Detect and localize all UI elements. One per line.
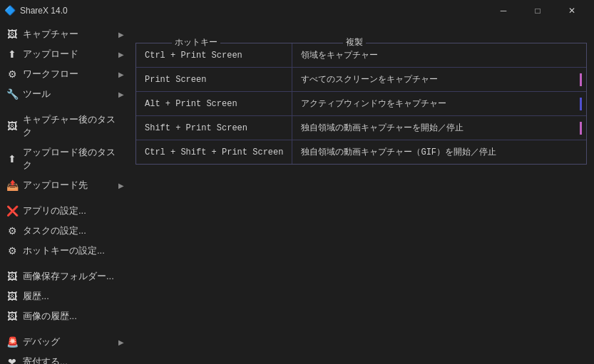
arrow-icon-workflow: ▶	[118, 71, 124, 78]
sidebar-item-upload-dest[interactable]: 📤アップロード先▶	[0, 175, 128, 195]
hotkey-cell: Alt + Print Screen	[136, 92, 292, 116]
sidebar-item-history[interactable]: 🖼履歴...	[0, 286, 128, 306]
minimize-button[interactable]: ─	[487, 0, 520, 21]
window-controls: ─ □ ✕	[487, 0, 588, 21]
hotkey-settings-icon: ⚙	[6, 245, 19, 256]
sidebar-divider	[0, 261, 128, 266]
sidebar-item-image-folder[interactable]: 🖼画像保存フォルダー...	[0, 266, 128, 286]
row-indicator	[580, 98, 582, 110]
sidebar-label-history: 履歴...	[23, 290, 49, 303]
sidebar-item-hotkey-settings[interactable]: ⚙ホットキーの設定...	[0, 241, 128, 261]
sidebar-label-after-capture: キャプチャー後のタスク	[23, 113, 121, 139]
sidebar-label-after-upload: アップロード後のタスク	[23, 146, 121, 172]
hotkey-cell: Print Screen	[136, 68, 292, 92]
hotkeys-panel: ホットキー 複製 Ctrl + Print Screen領域をキャプチャーPri…	[135, 43, 587, 165]
arrow-icon-capture: ▶	[118, 31, 124, 38]
sidebar-item-app-settings[interactable]: ❌アプリの設定...	[0, 201, 128, 221]
main-layout: 🖼キャプチャー▶⬆アップロード▶⚙ワークフロー▶🔧ツール▶🖼キャプチャー後のタス…	[0, 21, 594, 364]
sidebar-label-image-history: 画像の履歴...	[23, 310, 77, 323]
after-upload-icon: ⬆	[6, 153, 19, 165]
sidebar-label-image-folder: 画像保存フォルダー...	[23, 270, 114, 283]
sidebar-item-donate[interactable]: ❤寄付する...	[0, 352, 128, 364]
close-button[interactable]: ✕	[555, 0, 588, 21]
action-cell: 領域をキャプチャー	[292, 43, 586, 68]
sidebar-divider	[0, 195, 128, 201]
task-settings-icon: ⚙	[6, 225, 19, 236]
sidebar-item-debug[interactable]: 🚨デバッグ▶	[0, 332, 128, 352]
action-cell: 独自領域の動画キャプチャーを開始／停止	[292, 116, 586, 140]
row-indicator	[580, 122, 582, 135]
hotkey-row[interactable]: Shift + Print Screen独自領域の動画キャプチャーを開始／停止	[136, 116, 586, 140]
maximize-button[interactable]: □	[521, 0, 554, 21]
hotkey-row[interactable]: Alt + Print Screenアクティブウィンドウをキャプチャー	[136, 92, 586, 116]
upload-dest-icon: 📤	[6, 180, 19, 191]
sidebar-label-upload-dest: アップロード先	[23, 179, 88, 192]
sidebar-label-hotkey-settings: ホットキーの設定...	[23, 244, 105, 257]
sidebar-label-tools: ツール	[23, 88, 51, 100]
app-icon: 🔷	[4, 5, 16, 16]
sidebar-item-workflow[interactable]: ⚙ワークフロー▶	[0, 64, 128, 84]
arrow-icon-debug: ▶	[118, 338, 124, 346]
sidebar-item-after-upload[interactable]: ⬆アップロード後のタスク	[0, 142, 128, 175]
title-bar: 🔷 ShareX 14.0 ─ □ ✕	[0, 0, 594, 21]
hotkeys-table: Ctrl + Print Screen領域をキャプチャーPrint Screen…	[136, 43, 586, 164]
sidebar-label-capture: キャプチャー	[23, 28, 78, 41]
action-cell: アクティブウィンドウをキャプチャー	[292, 92, 586, 116]
hotkey-row[interactable]: Ctrl + Print Screen領域をキャプチャー	[136, 43, 586, 68]
app-title: ShareX 14.0	[20, 6, 68, 16]
hotkey-row[interactable]: Print Screenすべてのスクリーンをキャプチャー	[136, 68, 586, 92]
row-indicator	[580, 73, 582, 86]
sidebar-label-donate: 寄付する...	[23, 355, 68, 364]
hotkey-cell: Shift + Print Screen	[136, 116, 292, 140]
sidebar: 🖼キャプチャー▶⬆アップロード▶⚙ワークフロー▶🔧ツール▶🖼キャプチャー後のタス…	[0, 21, 128, 364]
sidebar-item-image-history[interactable]: 🖼画像の履歴...	[0, 306, 128, 326]
sidebar-label-app-settings: アプリの設定...	[23, 204, 86, 217]
arrow-icon-upload-dest: ▶	[118, 182, 124, 189]
after-capture-icon: 🖼	[6, 120, 19, 132]
debug-icon: 🚨	[6, 336, 19, 348]
app-settings-icon: ❌	[6, 205, 19, 217]
donate-icon: ❤	[6, 356, 19, 364]
sidebar-item-task-settings[interactable]: ⚙タスクの設定...	[0, 221, 128, 241]
sidebar-divider	[0, 104, 128, 110]
arrow-icon-tools: ▶	[118, 90, 124, 98]
title-bar-left: 🔷 ShareX 14.0	[4, 5, 68, 16]
history-icon: 🖼	[6, 291, 19, 302]
action-cell: 独自領域の動画キャプチャー（GIF）を開始／停止	[292, 140, 586, 165]
sidebar-item-tools[interactable]: 🔧ツール▶	[0, 84, 128, 104]
hotkey-cell: Ctrl + Shift + Print Screen	[136, 140, 292, 165]
upload-icon: ⬆	[6, 48, 19, 60]
content-area: ホットキー 複製 Ctrl + Print Screen領域をキャプチャーPri…	[128, 21, 594, 364]
sidebar-label-debug: デバッグ	[23, 336, 60, 348]
sidebar-label-workflow: ワークフロー	[23, 68, 78, 80]
arrow-icon-upload: ▶	[118, 51, 124, 58]
workflow-icon: ⚙	[6, 68, 19, 80]
sidebar-item-after-capture[interactable]: 🖼キャプチャー後のタスク	[0, 110, 128, 142]
hotkey-row[interactable]: Ctrl + Shift + Print Screen独自領域の動画キャプチャー…	[136, 140, 586, 165]
sidebar-item-upload[interactable]: ⬆アップロード▶	[0, 44, 128, 64]
sidebar-label-upload: アップロード	[23, 48, 78, 61]
sidebar-label-task-settings: タスクの設定...	[23, 224, 86, 237]
hotkey-cell: Ctrl + Print Screen	[136, 43, 292, 68]
capture-icon: 🖼	[6, 28, 19, 40]
action-cell: すべてのスクリーンをキャプチャー	[292, 68, 586, 92]
sidebar-item-capture[interactable]: 🖼キャプチャー▶	[0, 24, 128, 44]
sidebar-divider	[0, 326, 128, 332]
image-history-icon: 🖼	[6, 311, 19, 322]
image-folder-icon: 🖼	[6, 271, 19, 282]
tools-icon: 🔧	[6, 88, 19, 100]
